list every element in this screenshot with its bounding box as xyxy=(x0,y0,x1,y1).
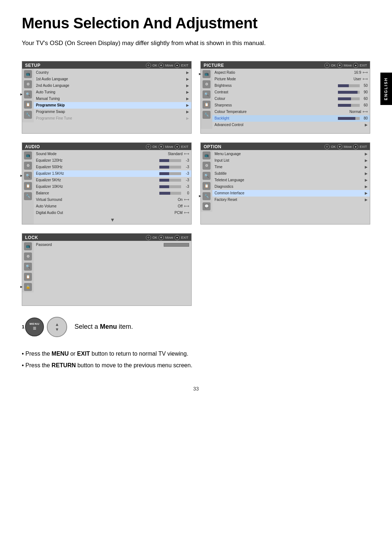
exit-circle: ● xyxy=(175,63,180,68)
move-circle-lock: ⊕ xyxy=(159,235,164,240)
page-number: 33 xyxy=(22,386,370,392)
picture-menu-title: PICTURE xyxy=(204,63,224,68)
setup-menu-body: 📺 ⚙ 🔍 📋 🔧 Country ▶ 1st Audio Language ▶… xyxy=(22,69,191,122)
lock-row-password: Password xyxy=(34,242,191,248)
menu-button: MENU ≡ xyxy=(25,318,44,336)
setup-rows: Country ▶ 1st Audio Language ▶ 2nd Audio… xyxy=(34,69,191,122)
opt-icon-3: 🔍 xyxy=(203,172,211,180)
pic-row-colour-temp: Colour Temperature Normal ⟷ xyxy=(212,109,370,115)
pic-icon-3: 🔍 xyxy=(203,90,211,98)
opt-row-diagnostics: Diagnostics ▶ xyxy=(212,183,370,190)
pic-row-colour: Colour 60 xyxy=(212,96,370,102)
setup-menu-title: SETUP xyxy=(25,63,41,68)
ok-circle-lock: ⊙ xyxy=(146,235,151,240)
nav-button: ▲ ▼ xyxy=(47,317,67,337)
opt-icon-2: ⚙ xyxy=(203,162,211,170)
audio-menu-box: AUDIO ⊙ OK ⊕ Move ● EXIT 📺 ⚙ 🔍 📋 🔧 Sound… xyxy=(22,142,192,225)
opt-row-time: Time ▶ xyxy=(212,164,370,170)
audio-menu-body: 📺 ⚙ 🔍 📋 🔧 Sound Mode Standard ⟷ Equalize… xyxy=(22,150,191,224)
setup-icon-4: 📋 xyxy=(24,101,32,109)
setup-icon-3: 🔍 xyxy=(24,90,32,98)
password-field xyxy=(164,243,189,247)
setup-row-programme-skip: Programme Skip ▶ xyxy=(34,102,191,109)
audio-controls: ⊙ OK ⊕ Move ● EXIT xyxy=(146,144,188,149)
lock-controls: ⊙ OK ⊕ Move ● EXIT xyxy=(146,235,188,240)
lock-icon-5: 🔒 xyxy=(24,283,32,291)
setup-menu-box: SETUP ⊙ OK ⊕ Move ● EXIT 📺 ⚙ 🔍 📋 🔧 Count… xyxy=(22,61,192,134)
opt-icon-6: 💬 xyxy=(203,202,211,210)
lock-icon-column: 📺 ⚙ 🔍 📋 🔒 xyxy=(22,241,34,292)
scroll-down-indicator: ▼ xyxy=(34,216,191,223)
opt-icon-4: 📋 xyxy=(203,182,211,190)
option-menu-body: 📺 ⚙ 🔍 📋 🔧 💬 Menu Language ▶ Input List ▶… xyxy=(201,150,370,212)
move-circle-opt: ⊕ xyxy=(337,144,342,149)
ok-circle-opt: ⊙ xyxy=(324,144,330,149)
picture-icon-column: 📺 ⚙ 🔍 📋 🔧 xyxy=(201,69,212,129)
aud-row-digital-out: Digital Audio Out PCM ⟷ xyxy=(34,210,191,216)
pic-row-mode: Picture Mode User ⟷ xyxy=(212,76,370,82)
option-menu-header: OPTION ⊙ OK ⊕ Move ● EXIT xyxy=(201,143,370,150)
setup-row-programme-swap: Programme Swap ▶ xyxy=(34,109,191,115)
pic-icon-2: ⚙ xyxy=(203,80,211,88)
picture-controls: ⊙ OK ⊕ Move ● EXIT xyxy=(324,63,367,68)
lock-menu-box: LOCK ⊙ OK ⊕ Move ● EXIT 📺 ⚙ 🔍 📋 🔒 Passwo… xyxy=(22,233,192,306)
picture-menu-box: PICTURE ⊙ OK ⊕ Move ● EXIT 📺 ⚙ 🔍 📋 🔧 Asp… xyxy=(200,61,370,134)
setup-controls: ⊙ OK ⊕ Move ● EXIT xyxy=(146,63,188,68)
pic-row-contrast: Contrast 90 xyxy=(212,89,370,96)
setup-row-manual-tuning: Manual Tuning ▶ xyxy=(34,96,191,102)
setup-row-programme-fine: Programme Fine Tune ▶ xyxy=(34,115,191,122)
opt-row-subtitle: Subtitle ▶ xyxy=(212,170,370,177)
setup-icon-2: ⚙ xyxy=(24,80,32,88)
nav-up-arrow: ▲ xyxy=(55,322,59,327)
opt-row-common-interface: Common Interface ▶ xyxy=(212,190,370,197)
pic-icon-5: 🔧 xyxy=(203,111,211,119)
opt-row-teletext: Teletext Language ▶ xyxy=(212,177,370,183)
option-icon-column: 📺 ⚙ 🔍 📋 🔧 💬 xyxy=(201,150,212,212)
aud-row-eq120: Equalizer 120Hz -3 xyxy=(34,157,191,164)
aud-row-eq5k: Equalizer 5KHz -3 xyxy=(34,177,191,183)
aud-icon-4: 📋 xyxy=(24,182,32,190)
setup-row-1st-audio: 1st Audio Language ▶ xyxy=(34,76,191,82)
move-circle-aud: ⊕ xyxy=(159,144,164,149)
aud-icon-1: 📺 xyxy=(24,151,32,159)
aud-row-eq10k: Equalizer 10KHz -3 xyxy=(34,183,191,190)
option-menu-title: OPTION xyxy=(204,144,221,149)
lock-icon-4: 📋 xyxy=(24,273,32,281)
exit-circle-opt: ● xyxy=(353,144,358,149)
option-controls: ⊙ OK ⊕ Move ● EXIT xyxy=(324,144,367,149)
setup-icon-1: 📺 xyxy=(24,70,32,78)
setup-row-country: Country ▶ xyxy=(34,69,191,76)
option-menu-box: OPTION ⊙ OK ⊕ Move ● EXIT 📺 ⚙ 🔍 📋 🔧 💬 xyxy=(200,142,370,225)
aud-row-virtual: Virtual Surround On ⟷ xyxy=(34,197,191,203)
setup-icon-column: 📺 ⚙ 🔍 📋 🔧 xyxy=(22,69,34,122)
option-rows: Menu Language ▶ Input List ▶ Time ▶ Subt… xyxy=(212,150,370,212)
audio-menu-title: AUDIO xyxy=(25,144,40,149)
step1-description: Select a Menu item. xyxy=(74,323,133,331)
picture-rows: Aspect Ratio 16:9 ⟷ Picture Mode User ⟷ … xyxy=(212,69,370,129)
pic-row-advanced: Advanced Control ▶ xyxy=(212,122,370,128)
pic-icon-1: 📺 xyxy=(203,70,211,78)
intro-text: Your TV's OSD (On Screen Display) may di… xyxy=(22,39,370,48)
picture-menu-header: PICTURE ⊙ OK ⊕ Move ● EXIT xyxy=(201,61,370,69)
bullet-1: Press the MENU or EXIT button to return … xyxy=(22,348,370,360)
aud-row-eq1500: Equalizer 1.5KHz -3 xyxy=(34,170,191,177)
page-title: Menus Selection And Adjustment xyxy=(22,15,370,32)
opt-row-menu-lang: Menu Language ▶ xyxy=(212,151,370,157)
aud-row-auto-vol: Auto Volume Off ⟷ xyxy=(34,203,191,210)
bullet-list: Press the MENU or EXIT button to return … xyxy=(22,348,370,371)
exit-circle-aud: ● xyxy=(175,144,180,149)
exit-circle-lock: ● xyxy=(175,235,180,240)
bullet-2: Press the RETURN button to move to the p… xyxy=(22,360,370,371)
aud-row-eq500: Equalizer 500Hz -3 xyxy=(34,164,191,170)
pic-row-sharpness: Sharpness 60 xyxy=(212,102,370,109)
opt-icon-5: 🔧 xyxy=(203,192,211,200)
lock-menu-wrapper: LOCK ⊙ OK ⊕ Move ● EXIT 📺 ⚙ 🔍 📋 🔒 Passwo… xyxy=(22,233,192,306)
move-circle-pic: ⊕ xyxy=(337,63,342,68)
lock-menu-body: 📺 ⚙ 🔍 📋 🔒 Password xyxy=(22,241,191,292)
aud-row-sound-mode: Sound Mode Standard ⟷ xyxy=(34,151,191,157)
ok-circle: ⊙ xyxy=(146,63,151,68)
side-language-tab: ENGLISH xyxy=(380,73,392,105)
exit-circle-pic: ● xyxy=(353,63,358,68)
step1-number: 1 xyxy=(22,324,24,329)
opt-row-factory-reset: Factory Reset ▶ xyxy=(212,197,370,203)
